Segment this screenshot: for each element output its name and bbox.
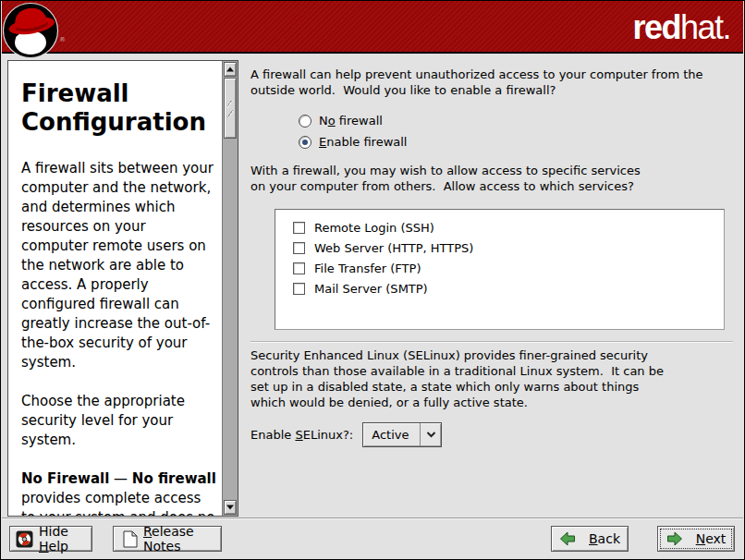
selinux-line4: which would be denied, or a fully active… (250, 395, 733, 410)
selinux-setting-row: Enable SELinux?: Active (250, 422, 733, 447)
services-question-line1: With a firewall, you may wish to allow a… (250, 163, 733, 178)
brand-bold: red (632, 8, 680, 46)
checkbox-file-transfer-ftp[interactable]: File Transfer (FTP) (293, 258, 724, 278)
firewall-question-line2: outside world. Would you like to enable … (250, 82, 733, 98)
scroll-up-arrow-icon (226, 67, 234, 72)
back-button[interactable]: Back (551, 526, 629, 552)
scroll-up-button[interactable] (224, 62, 237, 77)
selinux-dropdown-value: Active (363, 427, 420, 443)
help-paragraph-3: No Firewall — No firewall provides compl… (21, 469, 216, 516)
radio-button-icon[interactable] (299, 115, 311, 128)
chevron-down-icon[interactable] (420, 423, 441, 446)
checkbox-mail-server-smtp[interactable]: Mail Server (SMTP) (293, 278, 724, 298)
help-title: Firewall Configuration (21, 79, 216, 137)
scroll-down-arrow-icon (226, 505, 234, 510)
help-paragraph-1: A firewall sits between your computer an… (21, 159, 216, 372)
arrow-right-icon (666, 531, 683, 546)
button-bar: Hide Help Release Notes Back Next (2, 517, 743, 558)
selinux-line1: Security Enhanced Linux (SELinux) provid… (250, 347, 733, 363)
selinux-line3: set up in a disabled state, a state whic… (250, 379, 733, 395)
selinux-description: Security Enhanced Linux (SELinux) provid… (250, 347, 733, 410)
release-notes-label: Release Notes (143, 524, 212, 554)
hide-help-label: Hide Help (39, 524, 86, 554)
arrow-left-icon (559, 531, 576, 546)
life-preserver-icon (16, 530, 33, 548)
checkbox-icon[interactable] (293, 242, 305, 254)
help-scrollbar[interactable] (222, 61, 238, 516)
selinux-dropdown[interactable]: Active (362, 422, 442, 447)
firewall-question: A firewall can help prevent unauthorized… (250, 67, 733, 98)
scrollbar-thumb[interactable] (224, 78, 237, 139)
next-label: Next (696, 531, 727, 546)
radio-no-firewall-label: No firewall (319, 113, 383, 128)
checkbox-icon[interactable] (293, 262, 305, 274)
selinux-label: Enable SELinux?: (250, 427, 353, 443)
checkbox-label: Remote Login (SSH) (314, 220, 434, 236)
radio-button-selected-icon[interactable] (299, 136, 311, 149)
radio-no-firewall[interactable]: No firewall (299, 110, 733, 131)
help-paragraph-2: Choose the appropriate security level fo… (21, 392, 216, 450)
back-label: Back (589, 531, 620, 546)
hide-help-button[interactable]: Hide Help (9, 526, 92, 552)
firewall-question-line1: A firewall can help prevent unauthorized… (250, 67, 733, 82)
checkbox-label: Web Server (HTTP, HTTPS) (314, 240, 473, 256)
redhat-wordmark: redhat. (632, 8, 730, 47)
checkbox-web-server[interactable]: Web Server (HTTP, HTTPS) (293, 237, 724, 258)
scroll-down-button[interactable] (224, 500, 237, 515)
services-list: Remote Login (SSH) Web Server (HTTP, HTT… (275, 209, 725, 330)
firewall-radio-group: No firewall Enable firewall (299, 110, 733, 152)
services-question-line2: on your computer from others. Allow acce… (250, 178, 733, 194)
help-panel: Firewall Configuration A firewall sits b… (7, 60, 238, 517)
radio-enable-firewall[interactable]: Enable firewall (299, 131, 733, 152)
document-icon (123, 530, 138, 548)
checkbox-icon[interactable] (293, 283, 305, 295)
checkbox-icon[interactable] (293, 222, 305, 234)
header-bar: redhat. (2, 1, 743, 54)
brand-light: hat. (680, 8, 730, 46)
checkbox-remote-login-ssh[interactable]: Remote Login (SSH) (293, 217, 724, 237)
help-text: Firewall Configuration A firewall sits b… (8, 61, 222, 516)
release-notes-button[interactable]: Release Notes (113, 526, 222, 552)
next-button[interactable]: Next (657, 526, 735, 552)
registered-trademark: ® (59, 36, 66, 43)
installer-window: redhat. ® Firewall Configuration A firew… (0, 0, 745, 560)
redhat-shadowman-icon (3, 2, 60, 59)
checkbox-label: File Transfer (FTP) (314, 261, 421, 276)
scrollbar-grip-icon (227, 101, 233, 117)
checkbox-label: Mail Server (SMTP) (314, 281, 428, 297)
selinux-line2: controls than those available in a tradi… (250, 363, 733, 379)
section-divider (250, 341, 733, 343)
main-content: A firewall can help prevent unauthorized… (250, 60, 733, 447)
radio-enable-firewall-label: Enable firewall (319, 134, 408, 150)
services-question: With a firewall, you may wish to allow a… (250, 163, 733, 194)
